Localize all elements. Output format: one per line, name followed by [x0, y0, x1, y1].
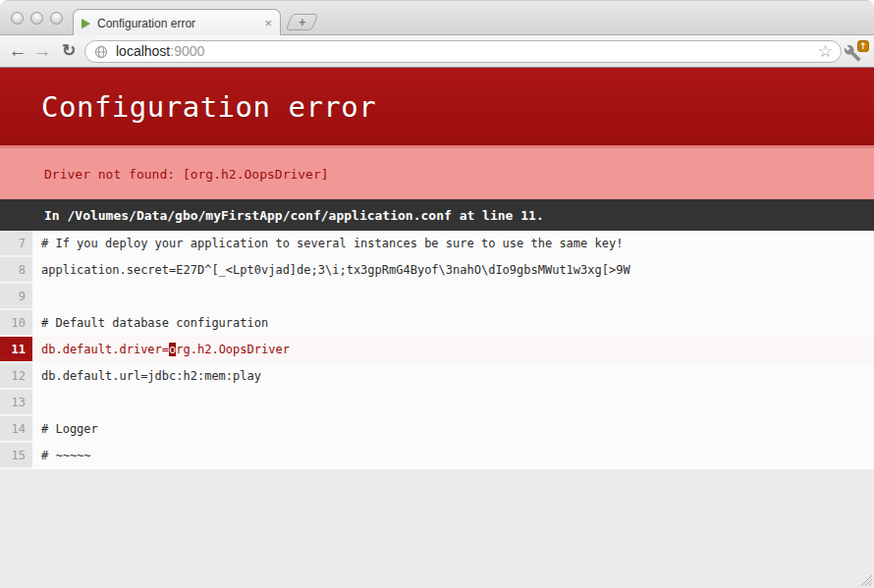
code-line: 10 # Default database configuration	[0, 310, 874, 337]
url-port: :9000	[170, 43, 204, 59]
error-detail-banner: Driver not found: [org.h2.OopsDriver]	[0, 145, 874, 199]
line-number: 10	[0, 310, 32, 337]
url-text: localhost:9000	[116, 41, 204, 62]
code-line: 8 application.secret=E27D^[_<Lpt0vjad]de…	[0, 257, 874, 284]
line-content	[32, 390, 874, 416]
line-content: # If you deploy your application to seve…	[32, 231, 874, 257]
play-favicon-icon	[82, 19, 90, 28]
window-minimize-button[interactable]	[30, 12, 43, 25]
update-badge: ↑	[857, 40, 869, 52]
line-number: 9	[0, 284, 32, 310]
error-location-bar: In /Volumes/Data/gbo/myFirstApp/conf/app…	[0, 199, 874, 231]
error-detail-text: Driver not found: [org.h2.OopsDriver]	[0, 167, 329, 182]
url-host: localhost	[116, 43, 170, 59]
globe-icon	[94, 45, 108, 59]
line-number: 8	[0, 257, 32, 284]
code-line: 11 db.default.driver=org.h2.OopsDriver	[0, 337, 874, 363]
line-number: 13	[0, 390, 32, 416]
tab-close-icon[interactable]: ×	[264, 17, 272, 29]
code-line: 15 # ~~~~~	[0, 443, 874, 469]
line-content: application.secret=E27D^[_<Lpt0vjad]de;3…	[32, 257, 874, 284]
code-line: 9	[0, 284, 874, 310]
page-background	[0, 469, 874, 588]
window-controls	[11, 12, 63, 25]
page-header: Configuration error	[0, 68, 874, 145]
browser-toolbar: ← → ↻ localhost:9000 ☆ ↑	[0, 35, 874, 68]
line-number: 14	[0, 416, 32, 443]
page-title: Configuration error	[0, 90, 376, 124]
reload-button[interactable]: ↻	[57, 38, 81, 64]
plus-icon: +	[299, 16, 306, 28]
bookmark-star-icon[interactable]: ☆	[818, 43, 833, 60]
settings-menu-button[interactable]: ↑	[844, 40, 869, 64]
line-number: 7	[0, 231, 32, 257]
address-bar[interactable]: localhost:9000 ☆	[84, 40, 842, 63]
line-number: 12	[0, 363, 32, 390]
code-line: 12 db.default.url=jdbc:h2:mem:play	[0, 363, 874, 390]
browser-tab[interactable]: Configuration error ×	[73, 9, 281, 36]
browser-titlebar: Configuration error × +	[0, 0, 874, 35]
error-location-text: In /Volumes/Data/gbo/myFirstApp/conf/app…	[0, 208, 544, 223]
line-content	[32, 284, 874, 310]
line-content: db.default.url=jdbc:h2:mem:play	[32, 363, 874, 390]
line-number: 15	[0, 443, 32, 469]
forward-button[interactable]: →	[30, 38, 54, 64]
line-content: # Logger	[32, 416, 874, 443]
line-content: # Default database configuration	[32, 310, 874, 337]
source-code-listing: 7 # If you deploy your application to se…	[0, 231, 874, 469]
line-number: 11	[0, 337, 32, 363]
window-zoom-button[interactable]	[50, 12, 63, 25]
window-close-button[interactable]	[11, 12, 24, 25]
tab-title: Configuration error	[97, 17, 258, 30]
code-line: 7 # If you deploy your application to se…	[0, 231, 874, 257]
new-tab-button[interactable]: +	[286, 14, 319, 30]
back-button[interactable]: ←	[6, 38, 29, 64]
error-page: Configuration error Driver not found: [o…	[0, 68, 874, 588]
line-content: db.default.driver=org.h2.OopsDriver	[32, 337, 874, 363]
code-line: 14 # Logger	[0, 416, 874, 443]
resize-grip-icon[interactable]	[858, 572, 872, 586]
line-content: # ~~~~~	[32, 443, 874, 469]
code-line: 13	[0, 390, 874, 416]
browser-window: Configuration error × + ← → ↻ localhost:…	[0, 0, 874, 588]
